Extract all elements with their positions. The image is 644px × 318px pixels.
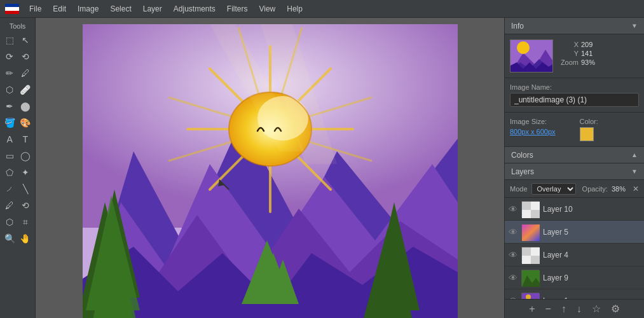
colors-arrow[interactable]: ▲ (631, 151, 638, 158)
brush-tool[interactable]: 🖊 (18, 66, 33, 81)
y-value: 141 (581, 50, 600, 57)
delete-layer-button[interactable]: − (543, 302, 554, 316)
colors-panel-header: Colors ▲ (505, 147, 644, 163)
svg-rect-56 (522, 293, 540, 300)
lasso-tool[interactable]: ⟳ (3, 49, 17, 64)
x-value: 209 (581, 41, 600, 48)
eraser-tool[interactable]: ⬡ (3, 82, 17, 97)
layer-item[interactable]: 👁 Layer 10 (505, 198, 644, 221)
layer-name: Layer 9 (543, 273, 640, 282)
image-size-section: Image Size: 800px x 600px Color: (505, 113, 644, 147)
layer-item[interactable]: 👁 Layer 1 (505, 289, 644, 299)
ellipse-tool[interactable]: ◯ (18, 148, 33, 163)
svg-rect-50 (522, 247, 531, 256)
svg-point-42 (517, 41, 530, 54)
move-tool[interactable]: ↖ (18, 32, 33, 48)
magic-wand-tool[interactable]: ⟲ (18, 49, 33, 64)
mode-label: Mode (510, 185, 528, 193)
svg-rect-52 (522, 256, 531, 264)
rect-shape-tool[interactable]: ▭ (3, 148, 17, 163)
svg-rect-49 (522, 225, 540, 241)
layers-section: Layers ▼ Mode Overlay Normal Multiply Sc… (505, 163, 644, 318)
info-panel-header: Info ▼ (505, 18, 644, 34)
flag-icon (5, 4, 19, 14)
menu-view[interactable]: View (254, 3, 280, 15)
svg-rect-53 (531, 256, 540, 264)
layers-arrow[interactable]: ▼ (631, 168, 638, 175)
color-label: Color: (580, 118, 640, 125)
layers-mode-row: Mode Overlay Normal Multiply Screen Opac… (505, 180, 644, 198)
grid-tool[interactable]: ⌗ (18, 214, 33, 230)
image-size-label: Image Size: (510, 118, 570, 125)
menu-edit[interactable]: Edit (48, 3, 71, 15)
zoom-value: 93% (581, 59, 600, 66)
layers-list: 👁 Layer 10 👁 (505, 198, 644, 299)
right-panel: Info ▼ X 209 Y 14 (504, 18, 644, 318)
info-arrow[interactable]: ▼ (631, 22, 638, 29)
layer-thumbnail (521, 224, 539, 240)
eye-icon[interactable]: 👁 (509, 204, 517, 214)
eye-icon[interactable]: 👁 (509, 227, 517, 237)
menu-filters[interactable]: Filters (222, 3, 253, 15)
star-tool[interactable]: ✦ (18, 165, 33, 180)
svg-rect-47 (522, 210, 531, 218)
svg-rect-48 (531, 210, 540, 218)
transform-tool[interactable]: ⬡ (3, 214, 17, 230)
move-layer-down-button[interactable]: ↓ (574, 302, 584, 316)
info-coords: X 209 Y 141 Zoom 93% (558, 41, 600, 67)
zoom-tool[interactable]: 🔍 (3, 231, 17, 246)
layer-settings-button[interactable]: ⚙ (608, 301, 622, 316)
add-layer-button[interactable]: + (526, 302, 537, 316)
menu-help[interactable]: Help (282, 3, 308, 15)
image-size-value[interactable]: 800px x 600px (510, 128, 556, 135)
y-label: Y (558, 50, 579, 57)
text-mask-tool[interactable]: T (18, 132, 33, 147)
layer-item[interactable]: 👁 Layer 9 (505, 266, 644, 289)
opacity-close[interactable]: ✕ (633, 184, 639, 193)
layer-name: Layer 10 (543, 205, 640, 214)
layer-thumbnail (521, 293, 539, 300)
image-name-label: Image Name: (510, 83, 639, 91)
menu-select[interactable]: Select (105, 3, 136, 15)
menu-image[interactable]: Image (72, 3, 104, 15)
svg-rect-45 (522, 202, 531, 210)
layer-thumbnail (521, 247, 539, 263)
svg-rect-46 (531, 202, 540, 210)
blend-mode-select[interactable]: Overlay Normal Multiply Screen (531, 183, 576, 195)
text-tool[interactable]: A (3, 132, 17, 147)
layer-item[interactable]: 👁 Lay (505, 221, 644, 244)
stamp-tool[interactable]: ⬤ (18, 99, 33, 114)
move-layer-up-button[interactable]: ↑ (559, 302, 569, 316)
layer-item[interactable]: 👁 Layer 4 (505, 244, 644, 266)
color-swatch[interactable] (580, 127, 594, 141)
gradient-tool[interactable]: 🎨 (18, 115, 33, 130)
pan-tool[interactable]: 🤚 (18, 231, 33, 246)
warp-tool[interactable]: ⟲ (18, 198, 33, 213)
smudge-tool[interactable]: 🖊 (3, 198, 17, 213)
polygon-tool[interactable]: ⬠ (3, 165, 17, 180)
menu-layer[interactable]: Layer (138, 3, 167, 15)
menu-file[interactable]: File (24, 3, 46, 15)
canvas-image[interactable] (83, 24, 458, 318)
layers-footer: + − ↑ ↓ ☆ ⚙ (505, 299, 644, 318)
favorite-layer-button[interactable]: ☆ (589, 301, 603, 316)
heal-tool[interactable]: 🩹 (18, 82, 33, 97)
tools-label: Tools (0, 20, 35, 32)
image-thumbnail (510, 39, 553, 73)
line2-tool[interactable]: ╲ (18, 181, 33, 197)
svg-rect-51 (531, 247, 540, 256)
info-section: X 209 Y 141 Zoom 93% (505, 34, 644, 78)
fill-tool[interactable]: 🪣 (3, 115, 17, 130)
canvas-area (36, 18, 504, 318)
line-tool[interactable]: ⟋ (3, 181, 17, 197)
image-name-input[interactable] (510, 93, 639, 107)
image-name-section: Image Name: (505, 78, 644, 113)
select-rect-tool[interactable]: ⬚ (3, 32, 17, 48)
pencil-tool[interactable]: ✏ (3, 66, 17, 81)
opacity-label: Opacity: (582, 185, 608, 193)
eye-icon[interactable]: 👁 (509, 250, 517, 260)
menu-adjustments[interactable]: Adjustments (168, 3, 221, 15)
pen-tool[interactable]: ✒ (3, 99, 17, 114)
canvas-wrap (83, 24, 458, 318)
eye-icon[interactable]: 👁 (509, 273, 517, 283)
